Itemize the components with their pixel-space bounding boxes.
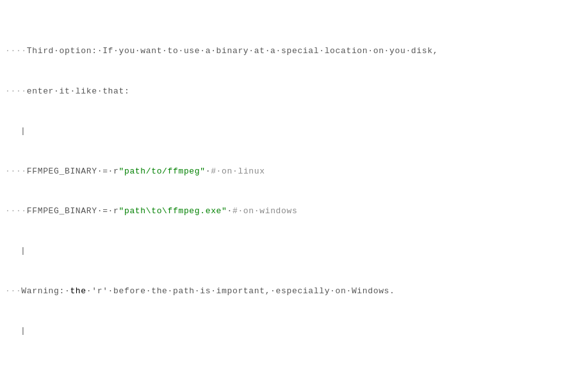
line-4: ····FFMPEG_BINARY·=·r"path/to/ffmpeg"·#·… bbox=[5, 165, 583, 179]
line-2: ····enter·it·like·that: bbox=[5, 85, 583, 99]
line-5: ····FFMPEG_BINARY·=·r"path\to\ffmpeg.exe… bbox=[5, 205, 583, 218]
line-3: | bbox=[5, 125, 583, 138]
line-7: ···Warning:·the·'r'·before·the·path·is·i… bbox=[5, 285, 583, 298]
code-editor: ····Third·option:·If·you·want·to·use·a·b… bbox=[0, 5, 588, 365]
line-8: | bbox=[5, 325, 583, 338]
line-1: ····Third·option:·If·you·want·to·use·a·b… bbox=[5, 45, 583, 58]
line-6: | bbox=[5, 245, 583, 258]
